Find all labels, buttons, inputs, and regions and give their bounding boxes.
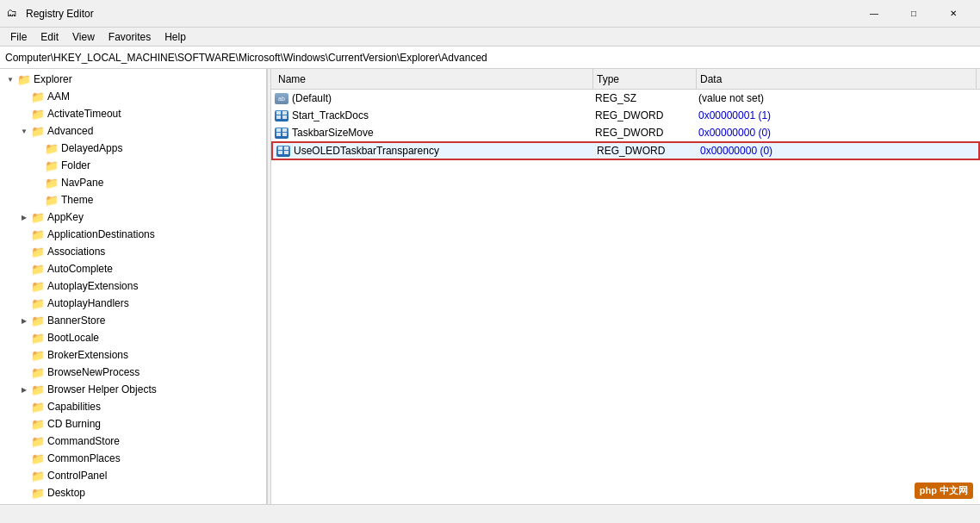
tree-label-advanced: Advanced xyxy=(47,125,93,137)
tree-item-bannerstore[interactable]: BannerStore xyxy=(0,312,266,329)
entry-name-default: (Default) xyxy=(292,92,595,104)
folder-icon-navpane xyxy=(45,176,59,190)
folder-icon-applicationdestinations xyxy=(31,227,45,241)
folder-icon-capabilities xyxy=(31,400,45,414)
tree-label-browserhelperobjects: Browser Helper Objects xyxy=(47,383,157,395)
tree-label-bannerstore: BannerStore xyxy=(47,314,105,327)
col-header-data[interactable]: Data xyxy=(697,69,977,89)
tree-label-controlpanel: ControlPanel xyxy=(47,470,107,482)
tree-item-applicationdestinations[interactable]: ApplicationDestinations xyxy=(0,226,266,243)
tree-item-brokerextensions[interactable]: BrokerExtensions xyxy=(0,346,266,364)
tree-item-activatetimeout[interactable]: ActivateTimeout xyxy=(0,105,266,122)
tree-label-delayedapps: DelayedApps xyxy=(61,142,122,154)
tree-label-commandstore: CommandStore xyxy=(47,435,120,447)
tree-item-navpane[interactable]: NavPane xyxy=(0,174,266,191)
tree-item-cdburning[interactable]: CD Burning xyxy=(0,415,266,433)
address-bar: Computer\HKEY_LOCAL_MACHINE\SOFTWARE\Mic… xyxy=(0,47,980,69)
col-header-name[interactable]: Name xyxy=(275,69,593,89)
tree-item-browserhelperobjects[interactable]: Browser Helper Objects xyxy=(0,381,266,398)
tree-label-autoplayextensions: AutoplayExtensions xyxy=(47,280,138,292)
tree-label-brokerextensions: BrokerExtensions xyxy=(47,349,128,361)
tree-label-applicationdestinations: ApplicationDestinations xyxy=(47,228,155,240)
close-button[interactable]: ✕ xyxy=(933,0,973,28)
tree-item-folder[interactable]: Folder xyxy=(0,157,266,174)
entry-type-default: REG_SZ xyxy=(595,92,698,104)
window-title: Registry Editor xyxy=(26,8,94,20)
tree-item-browsenewprocess[interactable]: BrowseNewProcess xyxy=(0,364,266,381)
tree-label-aam: AAM xyxy=(47,90,70,103)
title-bar-left: 🗂 Registry Editor xyxy=(7,7,94,21)
dword-icon-useoledtaskbartransparency xyxy=(276,146,290,157)
svg-rect-6 xyxy=(276,133,281,136)
php-watermark: php 中文网 xyxy=(915,483,973,499)
menu-help[interactable]: Help xyxy=(158,29,193,45)
tree-item-desktop[interactable]: Desktop xyxy=(0,484,266,501)
menu-view[interactable]: View xyxy=(65,29,102,45)
tree-item-associations[interactable]: Associations xyxy=(0,243,266,260)
tree-item-advanced[interactable]: Advanced xyxy=(0,122,266,140)
dword-icon-start_trackdocs xyxy=(275,110,288,121)
folder-icon-folder xyxy=(45,159,59,172)
tree-item-bootlocale[interactable]: BootLocale xyxy=(0,329,266,346)
tree-item-autoplayextensions[interactable]: AutoplayExtensions xyxy=(0,277,266,295)
svg-rect-4 xyxy=(276,128,281,132)
tree-item-theme[interactable]: Theme xyxy=(0,191,266,209)
tree-item-controlpanel[interactable]: ControlPanel xyxy=(0,467,266,484)
folder-icon-commandstore xyxy=(31,434,45,448)
tree-label-appkey: AppKey xyxy=(47,211,84,223)
title-bar: 🗂 Registry Editor — □ ✕ xyxy=(0,0,980,28)
svg-rect-3 xyxy=(282,115,287,119)
entry-name-taskbarsizemove: TaskbarSizeMove xyxy=(292,127,595,139)
tree-item-aam[interactable]: AAM xyxy=(0,88,266,105)
tree-label-bootlocale: BootLocale xyxy=(47,332,99,344)
tree-expander-browserhelperobjects[interactable] xyxy=(17,383,31,396)
minimize-button[interactable]: — xyxy=(854,0,894,28)
tree-expander-advanced[interactable] xyxy=(17,124,31,138)
folder-icon-browserhelperobjects xyxy=(31,383,45,396)
menu-edit[interactable]: Edit xyxy=(34,29,65,45)
maximize-button[interactable]: □ xyxy=(894,0,933,28)
tree-item-capabilities[interactable]: Capabilities xyxy=(0,398,266,415)
tree-panel[interactable]: ExplorerAAMActivateTimeoutAdvancedDelaye… xyxy=(0,69,267,504)
folder-icon-bannerstore xyxy=(31,314,45,327)
svg-rect-5 xyxy=(282,128,287,132)
tree-item-delayedapps[interactable]: DelayedApps xyxy=(0,140,266,157)
address-path: Computer\HKEY_LOCAL_MACHINE\SOFTWARE\Mic… xyxy=(5,52,487,64)
dword-icon-taskbarsizemove xyxy=(275,128,288,139)
tree-expander-explorer[interactable] xyxy=(3,72,17,86)
svg-rect-0 xyxy=(276,111,281,115)
tree-expander-bannerstore[interactable] xyxy=(17,314,31,327)
folder-icon-delayedapps xyxy=(45,141,59,155)
svg-rect-11 xyxy=(284,151,288,154)
menu-favorites[interactable]: Favorites xyxy=(102,29,158,45)
entry-row-default[interactable]: ab(Default)REG_SZ(value not set) xyxy=(271,90,980,107)
folder-icon-autocomplete xyxy=(31,262,45,276)
tree-label-associations: Associations xyxy=(47,246,105,258)
svg-rect-1 xyxy=(282,111,287,115)
entries-area[interactable]: ab(Default)REG_SZ(value not set)Start_Tr… xyxy=(271,90,980,504)
folder-icon-aam xyxy=(31,90,45,103)
tree-label-capabilities: Capabilities xyxy=(47,401,101,413)
tree-expander-appkey[interactable] xyxy=(17,210,31,224)
entry-row-start_trackdocs[interactable]: Start_TrackDocsREG_DWORD0x00000001 (1) xyxy=(271,107,980,124)
menu-file[interactable]: File xyxy=(3,29,34,45)
tree-item-explorer[interactable]: Explorer xyxy=(0,71,266,88)
tree-label-cdburning: CD Burning xyxy=(47,418,101,430)
tree-item-autocomplete[interactable]: AutoComplete xyxy=(0,260,266,277)
tree-item-appkey[interactable]: AppKey xyxy=(0,209,266,226)
folder-icon-commonplaces xyxy=(31,451,45,465)
tree-item-commandstore[interactable]: CommandStore xyxy=(0,433,266,450)
entry-row-taskbarsizemove[interactable]: TaskbarSizeMoveREG_DWORD0x00000000 (0) xyxy=(271,124,980,141)
entry-name-useoledtaskbartransparency: UseOLEDTaskbarTransparency xyxy=(294,145,597,157)
column-headers: Name Type Data xyxy=(271,69,980,90)
col-header-type[interactable]: Type xyxy=(593,69,697,89)
entry-data-default: (value not set) xyxy=(698,92,977,104)
tree-item-autoplayhandlers[interactable]: AutoplayHandlers xyxy=(0,295,266,312)
entry-row-useoledtaskbartransparency[interactable]: UseOLEDTaskbarTransparencyREG_DWORD0x000… xyxy=(271,141,980,160)
svg-rect-7 xyxy=(282,133,287,136)
status-bar xyxy=(0,504,980,523)
entry-name-start_trackdocs: Start_TrackDocs xyxy=(292,109,595,121)
tree-item-commonplaces[interactable]: CommonPlaces xyxy=(0,450,266,467)
folder-icon-brokerextensions xyxy=(31,348,45,362)
entry-type-start_trackdocs: REG_DWORD xyxy=(595,109,698,121)
